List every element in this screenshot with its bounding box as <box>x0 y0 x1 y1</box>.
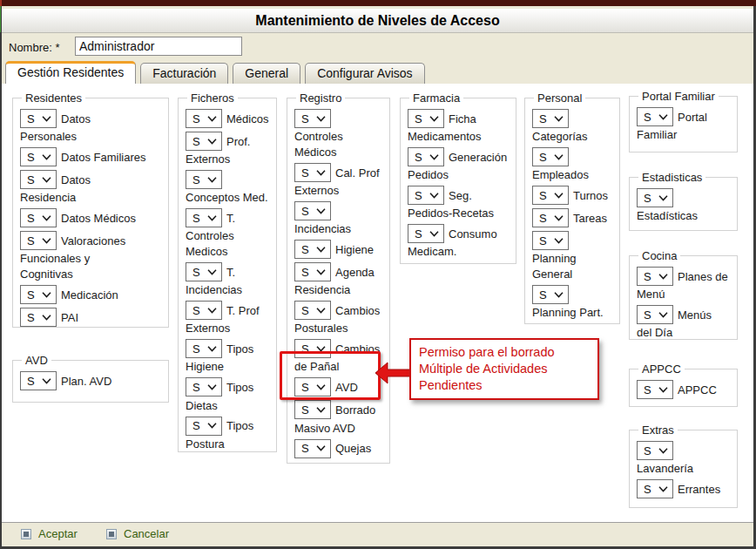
group-legend: AVD <box>22 354 51 367</box>
select-appcc[interactable]: S <box>637 380 673 399</box>
chevron-down-icon <box>429 231 439 237</box>
dialog-window: Mantenimiento de Niveles de Acceso Nombr… <box>0 0 756 549</box>
select-higiene[interactable]: S <box>294 240 331 259</box>
chevron-down-icon <box>554 238 564 244</box>
select-value: S <box>644 191 651 206</box>
permission-label: Turnos <box>573 189 608 202</box>
permission-label: PAI <box>61 311 78 324</box>
select-valoraciones-funcionales-y-cognitivas[interactable]: S <box>20 231 57 250</box>
select-menus-del-dia[interactable]: S <box>637 305 673 324</box>
chevron-down-icon <box>658 312 668 318</box>
select-seg-pedidos-recetas[interactable]: S <box>408 186 444 205</box>
select-value: S <box>415 112 422 126</box>
select-consumo-medicam[interactable]: S <box>408 224 444 243</box>
select-value: S <box>644 308 651 322</box>
callout-line: Pendientes <box>419 377 590 394</box>
select-conceptos-med[interactable]: S <box>186 170 222 189</box>
select-tipos-postura[interactable]: S <box>186 417 222 436</box>
tab-gestion-residentes[interactable]: Gestión Residentes <box>5 61 136 84</box>
permission-label: Datos Médicos <box>61 212 136 225</box>
accept-button[interactable]: Aceptar <box>21 527 78 540</box>
permission-label: Tareas <box>573 212 607 225</box>
permission-item-planes-de-menu: SPlanes de Menú <box>637 267 730 302</box>
permission-item-incidencias: S Incidencias <box>294 201 382 236</box>
group-ficheros: FicherosSMédicosSProf. ExternosS Concept… <box>178 98 277 452</box>
select-pai[interactable]: S <box>20 308 57 327</box>
group-legend: Cocina <box>638 249 680 262</box>
group-legend: Extras <box>638 424 678 437</box>
chevron-down-icon <box>42 215 51 221</box>
group-avd: AVDSPlan. AVD <box>12 360 169 403</box>
select-cambios-de-panal[interactable]: S <box>294 339 331 358</box>
permission-label: Planning Part. <box>532 306 604 319</box>
tab-general[interactable]: General <box>233 63 300 84</box>
select-prof-externos[interactable]: S <box>186 132 222 151</box>
select-empleados[interactable]: S <box>532 147 569 166</box>
select-planes-de-menu[interactable]: S <box>637 267 673 286</box>
select-ficha-medicamentos[interactable]: S <box>408 109 444 128</box>
permission-item-tipos-dietas: STipos Dietas <box>186 377 269 412</box>
permission-label: Estadísticas <box>637 209 698 222</box>
select-borrado-masivo-avd[interactable]: S <box>294 400 331 419</box>
content-area: ExtrasS LavanderíaSErrantesAPPCCSAPPCCCo… <box>2 84 753 523</box>
select-cambios-posturales[interactable]: S <box>294 301 331 320</box>
permission-item-appcc: SAPPCC <box>637 380 730 399</box>
select-plan-avd[interactable]: S <box>20 371 57 390</box>
select-value: S <box>644 482 651 497</box>
tab-configurar-avisos[interactable]: Configurar Avisos <box>305 63 424 84</box>
select-lavanderia[interactable]: S <box>637 441 673 460</box>
select-agenda-residencia[interactable]: S <box>294 262 331 281</box>
select-datos-familiares[interactable]: S <box>20 147 57 166</box>
select-medicos[interactable]: S <box>186 109 222 128</box>
cancel-button[interactable]: Cancelar <box>106 527 169 540</box>
select-incidencias[interactable]: S <box>294 201 331 220</box>
select-value: S <box>192 134 200 149</box>
chevron-down-icon <box>207 139 217 145</box>
callout-line: Permiso para el borrado <box>419 344 590 361</box>
select-turnos[interactable]: S <box>532 186 569 205</box>
permission-item-controles-medicos: S Controles Médicos <box>294 109 382 159</box>
select-tareas[interactable]: S <box>532 208 569 227</box>
select-value: S <box>301 342 309 356</box>
select-planning-general[interactable]: S <box>532 231 569 250</box>
group-estadisticas: EstadisticasS Estadísticas <box>629 177 738 231</box>
select-errantes[interactable]: S <box>637 479 673 498</box>
group-portal-familiar: Portal FamiliarSPortal Familiar <box>629 96 738 152</box>
permission-item-pai: SPAI <box>20 308 161 327</box>
name-input[interactable] <box>75 37 242 56</box>
select-categorias[interactable]: S <box>532 109 569 128</box>
select-avd[interactable]: S <box>294 377 331 396</box>
chevron-down-icon <box>554 193 564 199</box>
select-planning-part[interactable]: S <box>532 285 569 304</box>
select-value: S <box>192 211 200 226</box>
chevron-down-icon <box>207 269 217 275</box>
select-controles-medicos[interactable]: S <box>294 109 331 128</box>
select-estadisticas[interactable]: S <box>637 188 673 207</box>
permission-label: Controles Médicos <box>294 130 343 159</box>
select-generacion-pedidos[interactable]: S <box>408 147 444 166</box>
select-portal-familiar[interactable]: S <box>637 107 673 126</box>
select-t-controles-medicos[interactable]: S <box>186 208 222 227</box>
permission-label: Plan. AVD <box>61 375 111 388</box>
permission-item-cal-prof-externos: SCal. Prof Externos <box>294 163 382 198</box>
chevron-down-icon <box>207 423 217 429</box>
select-datos-medicos[interactable]: S <box>20 208 57 227</box>
chevron-down-icon <box>658 114 668 120</box>
select-medicacion[interactable]: S <box>20 285 57 304</box>
permission-item-seg-pedidos-recetas: SSeg. Pedidos-Recetas <box>408 186 509 220</box>
select-t-incidencias[interactable]: S <box>186 262 222 281</box>
window-border-top <box>0 0 756 6</box>
select-value: S <box>301 166 309 180</box>
permission-label: Empleados <box>532 168 589 181</box>
select-tipos-higiene[interactable]: S <box>186 339 222 358</box>
select-datos-personales[interactable]: S <box>20 109 57 128</box>
select-quejas[interactable]: S <box>294 439 331 458</box>
select-t-prof-externos[interactable]: S <box>186 301 222 320</box>
select-datos-residencia[interactable]: S <box>20 170 57 189</box>
permission-item-cambios-de-panal: SCambios de Pañal <box>294 339 382 374</box>
select-tipos-dietas[interactable]: S <box>186 377 222 396</box>
tab-facturacion[interactable]: Facturación <box>140 63 228 84</box>
chevron-down-icon <box>429 193 439 199</box>
select-cal-prof-externos[interactable]: S <box>294 163 331 182</box>
chevron-down-icon <box>658 448 668 454</box>
